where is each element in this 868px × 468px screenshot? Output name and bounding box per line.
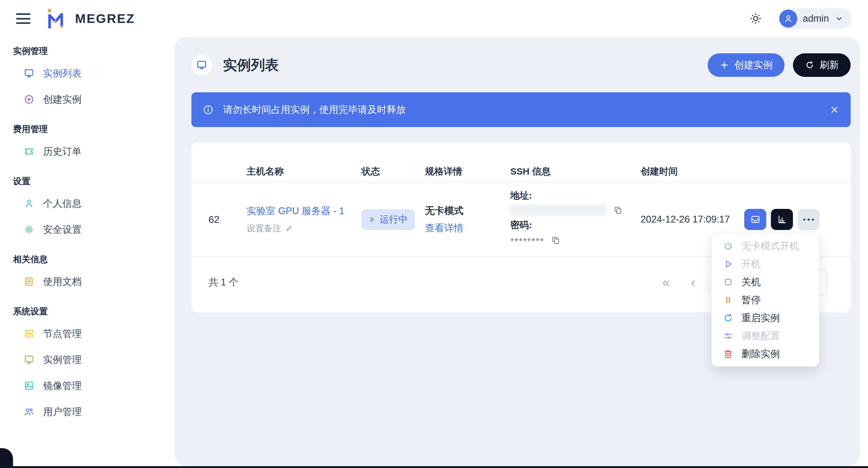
copy-password-icon[interactable] — [551, 236, 560, 245]
topbar: MEGREZ admin — [0, 0, 868, 37]
sidebar-item-user-management[interactable]: 用户管理 — [0, 399, 175, 425]
plus-circle-icon — [24, 94, 34, 105]
sidebar-group-settings: 设置 个人信息 安全设置 — [0, 175, 175, 242]
sidebar-item-label: 使用文档 — [43, 277, 82, 287]
topbar-right: admin — [749, 8, 852, 29]
menu-item-power-on[interactable]: 开机 — [712, 256, 819, 273]
restart-icon — [723, 313, 733, 323]
menu-item-label: 无卡模式开机 — [741, 240, 799, 253]
menu-item-restart[interactable]: 重启实例 — [712, 309, 819, 327]
status-cell: 运行中 — [362, 209, 425, 230]
sidebar-item-order-history[interactable]: 历史订单 — [0, 138, 175, 164]
menu-item-shutdown[interactable]: 关机 — [712, 273, 819, 291]
sidebar-group-instance: 实例管理 实例列表 创建实例 — [0, 45, 175, 112]
app-root: MEGREZ admin — [0, 0, 868, 468]
sidebar-item-profile[interactable]: 个人信息 — [0, 190, 175, 216]
sidebar-item-instance-management[interactable]: 实例管理 — [0, 346, 175, 372]
total-count: 共 1 个 — [209, 276, 238, 289]
status-badge: 运行中 — [362, 209, 415, 230]
column-created: 创建时间 — [641, 165, 741, 178]
hostname-link[interactable]: 实验室 GPU 服务器 - 1 — [247, 205, 362, 218]
info-icon — [203, 104, 214, 115]
ssh-address-redacted — [510, 205, 607, 216]
menu-item-boot-no-gpu[interactable]: 无卡模式开机 — [712, 237, 819, 255]
sidebar-item-label: 创建实例 — [43, 95, 82, 104]
ssh-cell: 地址: 密码: ******** — [510, 189, 641, 249]
first-page-icon[interactable]: « — [658, 269, 674, 296]
menu-toggle-button[interactable] — [16, 13, 30, 24]
monitoring-button[interactable] — [771, 209, 793, 230]
brand-name: MEGREZ — [75, 11, 135, 26]
pencil-icon — [285, 224, 293, 232]
created-at: 2024-12-26 17:09:17 — [641, 214, 741, 225]
user-name: admin — [803, 13, 829, 24]
power-icon — [723, 241, 733, 252]
sidebar-item-label: 个人信息 — [43, 199, 82, 208]
refresh-button[interactable]: 刷新 — [793, 53, 850, 77]
sidebar-item-image-management[interactable]: 镜像管理 — [0, 372, 175, 399]
more-actions-button[interactable] — [798, 209, 819, 230]
pause-icon — [723, 295, 733, 305]
save-image-button[interactable] — [744, 209, 766, 230]
stop-square-icon — [723, 277, 733, 287]
bar-chart-icon — [777, 214, 787, 225]
banner-close-icon[interactable] — [830, 105, 839, 115]
sidebar-group-label: 设置 — [0, 175, 175, 187]
sidebar-group-label: 相关信息 — [0, 254, 175, 265]
user-icon — [24, 198, 34, 209]
copy-address-icon[interactable] — [613, 205, 623, 215]
sidebar-group-system: 系统设置 节点管理 实例管理 — [0, 306, 175, 425]
refresh-icon — [805, 60, 815, 70]
banner-text: 请勿长时间占用实例，使用完毕请及时释放 — [223, 103, 406, 116]
monitor-icon — [24, 68, 34, 79]
header-actions: 创建实例 刷新 — [708, 53, 850, 77]
ssh-password-label: 密码: — [510, 219, 641, 232]
megrez-logo-icon — [44, 7, 67, 30]
status-text: 运行中 — [380, 213, 408, 226]
remark-label: 设置备注 — [247, 223, 281, 234]
instance-id: 62 — [209, 214, 247, 225]
page-title-monitor-icon — [191, 55, 212, 75]
sidebar-group-label: 费用管理 — [0, 123, 175, 135]
sidebar-item-create-instance[interactable]: 创建实例 — [0, 86, 175, 112]
menu-item-label: 重启实例 — [741, 311, 780, 325]
sidebar-group-label: 系统设置 — [0, 306, 175, 317]
sidebar-item-node-management[interactable]: 节点管理 — [0, 321, 175, 346]
menu-item-delete[interactable]: 删除实例 — [712, 345, 819, 363]
page-title: 实例列表 — [223, 56, 279, 74]
screen-bottom-edge — [0, 466, 868, 468]
user-menu-button[interactable]: admin — [778, 8, 852, 29]
hostname-cell: 实验室 GPU 服务器 - 1 设置备注 — [247, 205, 362, 234]
table-header-row: 主机名称 状态 规格详情 SSH 信息 创建时间 — [191, 161, 850, 183]
gear-icon — [24, 224, 34, 235]
sidebar-item-instance-list[interactable]: 实例列表 — [0, 60, 175, 86]
play-icon — [723, 259, 733, 269]
users-icon — [24, 406, 34, 417]
sidebar-item-security[interactable]: 安全设置 — [0, 216, 175, 242]
image-icon — [24, 380, 34, 391]
chevron-down-icon — [835, 14, 844, 23]
sidebar-group-billing: 费用管理 历史订单 — [0, 123, 175, 164]
menu-item-resize[interactable]: 调整配置 — [712, 327, 819, 345]
sidebar-item-docs[interactable]: 使用文档 — [0, 268, 175, 295]
set-remark-button[interactable]: 设置备注 — [247, 223, 362, 234]
sliders-icon — [723, 331, 733, 341]
ellipsis-icon — [803, 219, 814, 221]
inbox-icon — [750, 214, 761, 225]
monitor-icon — [24, 354, 34, 365]
create-instance-button[interactable]: 创建实例 — [708, 53, 784, 77]
sidebar-item-label: 节点管理 — [43, 329, 82, 338]
sidebar-item-label: 历史订单 — [43, 146, 82, 156]
theme-toggle-sun-icon[interactable] — [749, 12, 762, 25]
column-ssh: SSH 信息 — [510, 165, 641, 178]
menu-item-pause[interactable]: 暂停 — [712, 291, 819, 309]
spec-cell: 无卡模式 查看详情 — [425, 204, 510, 235]
sidebar-item-label: 实例管理 — [43, 355, 82, 365]
prev-page-icon[interactable]: ‹ — [685, 269, 701, 296]
spec-detail-link[interactable]: 查看详情 — [425, 222, 510, 235]
sidebar-group-label: 实例管理 — [0, 45, 175, 57]
ssh-address-label: 地址: — [510, 189, 641, 202]
column-hostname: 主机名称 — [247, 165, 362, 178]
sidebar: 实例管理 实例列表 创建实例 费用管理 — [0, 37, 175, 468]
sidebar-item-label: 用户管理 — [43, 407, 82, 416]
